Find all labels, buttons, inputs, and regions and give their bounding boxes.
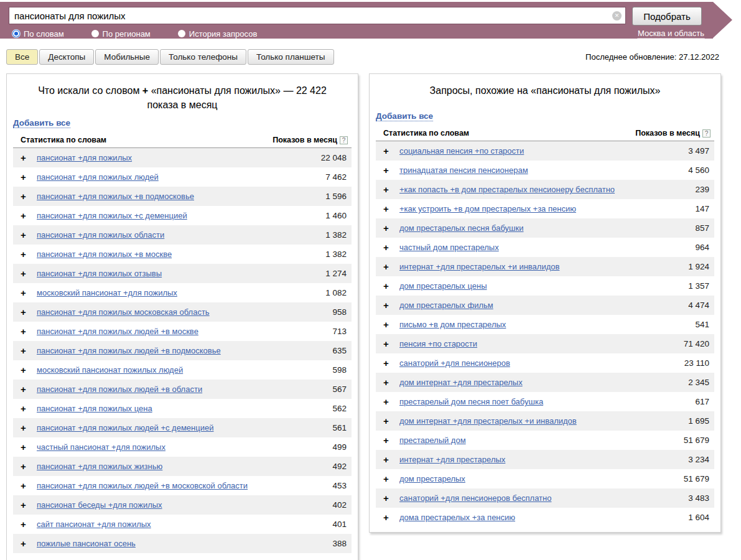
add-keyword-button[interactable]: + [21,345,37,356]
add-keyword-button[interactable]: + [21,500,37,510]
add-keyword-button[interactable]: + [21,365,37,375]
keyword-link[interactable]: социальная пенсия +по старости [399,146,524,156]
add-keyword-button[interactable]: + [383,281,399,291]
add-keyword-button[interactable]: + [21,249,37,259]
add-keyword-button[interactable]: + [21,326,37,337]
add-keyword-button[interactable]: + [383,146,399,156]
keyword-link[interactable]: санаторий +для пенсионеров бесплатно [399,493,551,503]
keyword-link[interactable]: пансионат +для пожилых области [37,230,164,240]
keyword-link[interactable]: престарелый дом песня поет бабушка [399,397,543,406]
keyword-link[interactable]: пансионат беседы +для пожилых [37,500,162,510]
add-keyword-button[interactable]: + [383,184,399,195]
keyword-link[interactable]: интернат +для престарелых +и инвалидов [399,262,559,271]
keyword-link[interactable]: пансионат +для пожилых людей +в подмоско… [37,346,221,355]
keyword-link[interactable]: пансионат +для пожилых московская област… [37,307,210,317]
add-all-link[interactable]: Добавить все [376,111,433,121]
add-keyword-button[interactable]: + [21,558,37,560]
add-keyword-button[interactable]: + [21,152,37,163]
region-link[interactable]: Москва и область [638,29,704,39]
add-keyword-button[interactable]: + [383,319,399,330]
keyword-link[interactable]: дом интернат +для престарелых [399,378,523,387]
keyword-link[interactable]: пансионат +для пожилых жизнью [37,462,162,471]
clear-icon[interactable]: ✕ [612,11,622,21]
add-keyword-button[interactable]: + [383,338,399,349]
add-keyword-button[interactable]: + [383,358,399,368]
help-icon[interactable]: ? [702,129,711,138]
add-keyword-button[interactable]: + [21,287,37,298]
add-keyword-button[interactable]: + [21,307,37,317]
add-keyword-button[interactable]: + [383,261,399,272]
add-keyword-button[interactable]: + [383,223,399,233]
add-keyword-button[interactable]: + [21,210,37,221]
add-keyword-button[interactable]: + [383,435,399,446]
keyword-link[interactable]: тринадцатая пенсия пенсионерам [399,166,528,175]
add-keyword-button[interactable]: + [21,519,37,530]
device-tab[interactable]: Мобильные [95,49,159,65]
keyword-link[interactable]: пансионат +для пожилых +в москве [37,250,172,259]
keyword-link[interactable]: санаторий +для пенсионеров [399,358,510,368]
radio-option[interactable]: История запросов [178,29,258,39]
keyword-link[interactable]: пансионат +для пожилых +в подмосковье [37,192,194,201]
title-prefix: Что искали со словом [38,85,139,96]
keyword-link[interactable]: пансионат +для пожилых людей [37,172,159,182]
device-tab[interactable]: Десктопы [39,49,94,65]
keyword-link[interactable]: пенсия +по старости [399,339,477,348]
add-keyword-button[interactable]: + [383,454,399,465]
add-keyword-button[interactable]: + [21,422,37,433]
add-keyword-button[interactable]: + [383,512,399,523]
keyword-link[interactable]: дом престарелых цены [399,281,487,291]
keyword-link[interactable]: дом престарелых песня бабушки [399,223,524,233]
add-keyword-button[interactable]: + [383,203,399,214]
add-all-link[interactable]: Добавить все [13,118,70,128]
keyword-link[interactable]: пансионат +для пожилых цена [37,404,152,413]
add-keyword-button[interactable]: + [21,384,37,394]
keyword-link[interactable]: дом престарелых [399,474,465,483]
keyword-link[interactable]: дом интернат +для престарелых +и инвалид… [399,416,577,426]
keyword-link[interactable]: интернат +для престарелых [399,455,505,464]
help-icon[interactable]: ? [340,136,348,144]
keyword-link[interactable]: престарелый дом [399,436,466,445]
keyword-link[interactable]: дома престарелых +за пенсию [399,513,515,522]
keyword-link[interactable]: московский пансионат +для пожилых [37,288,177,297]
add-keyword-button[interactable]: + [21,403,37,414]
submit-button[interactable]: Подобрать [632,7,702,26]
keyword-link[interactable]: пожилые пансионат осень [37,539,136,548]
add-keyword-button[interactable]: + [21,538,37,549]
device-tab[interactable]: Только планшеты [248,49,334,65]
add-keyword-button[interactable]: + [383,165,399,175]
keyword-link[interactable]: дом престарелых фильм [399,301,493,310]
radio-option[interactable]: По регионам [91,29,151,39]
add-keyword-button[interactable]: + [383,377,399,388]
keyword-link[interactable]: письмо +в дом престарелых [399,320,506,329]
add-keyword-button[interactable]: + [383,396,399,407]
add-keyword-button[interactable]: + [21,442,37,452]
keyword-link[interactable]: пансионат +для пожилых людей +в области [37,385,202,394]
keyword-link[interactable]: пансионат +для пожилых людей +в московск… [37,481,248,490]
add-keyword-button[interactable]: + [21,461,37,472]
add-keyword-button[interactable]: + [21,268,37,279]
device-tab[interactable]: Все [6,49,38,65]
add-keyword-button[interactable]: + [383,474,399,484]
add-keyword-button[interactable]: + [383,242,399,253]
keyword-link[interactable]: +как устроить +в дом престарелых +за пен… [399,204,576,213]
keyword-link[interactable]: пансионат +для пожилых +с деменцией [37,211,187,220]
keyword-link[interactable]: +как попасть +в дом престарелых пенсионе… [399,185,615,194]
keyword-link[interactable]: пансионат +для пожилых людей +с деменцие… [37,423,213,432]
add-keyword-button[interactable]: + [383,493,399,503]
search-input[interactable] [9,7,626,24]
device-tab[interactable]: Только телефоны [160,49,246,65]
add-keyword-button[interactable]: + [383,416,399,426]
radio-option[interactable]: По словам [12,29,64,39]
keyword-link[interactable]: пансионат +для пожилых [37,153,132,162]
keyword-link[interactable]: частный дом престарелых [399,243,499,252]
keyword-link[interactable]: пансионат +для пожилых отзывы [37,269,162,278]
keyword-link[interactable]: сайт пансионат +для пожилых [37,520,151,529]
add-keyword-button[interactable]: + [383,300,399,310]
keyword-link[interactable]: московский пансионат пожилых людей [37,365,183,375]
add-keyword-button[interactable]: + [21,191,37,202]
keyword-link[interactable]: частный пансионат +для пожилых [37,442,165,452]
add-keyword-button[interactable]: + [21,230,37,240]
keyword-link[interactable]: пансионат +для пожилых людей +в москве [37,327,198,336]
add-keyword-button[interactable]: + [21,480,37,491]
add-keyword-button[interactable]: + [21,172,37,182]
